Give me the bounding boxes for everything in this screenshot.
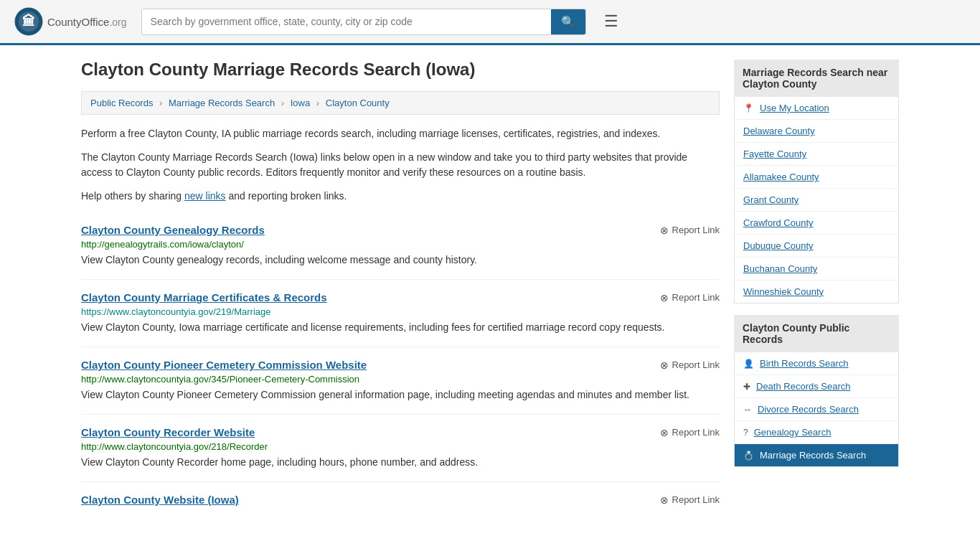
genealogy-link[interactable]: Genealogy Search <box>754 427 831 438</box>
breadcrumb: Public Records › Marriage Records Search… <box>81 91 720 115</box>
description-2: The Clayton County Marriage Records Sear… <box>81 150 720 180</box>
sidebar-item-dubuque[interactable]: Dubuque County <box>735 235 898 258</box>
crawford-link[interactable]: Crawford County <box>743 217 814 228</box>
breadcrumb-public-records[interactable]: Public Records <box>90 98 153 108</box>
marriage-records-link[interactable]: Marriage Records Search <box>760 450 866 461</box>
sidebar-item-delaware[interactable]: Delaware County <box>735 120 898 143</box>
nearby-section: Marriage Records Search near Clayton Cou… <box>734 60 899 303</box>
breadcrumb-sep-1: › <box>159 98 162 108</box>
report-icon-0: ⊗ <box>660 225 669 236</box>
report-link-1[interactable]: ⊗ Report Link <box>660 292 720 303</box>
breadcrumb-clayton-county[interactable]: Clayton County <box>326 98 390 108</box>
page-title: Clayton County Marriage Records Search (… <box>81 60 720 80</box>
sidebar-marriage-records[interactable]: 💍 Marriage Records Search <box>735 444 898 466</box>
sidebar-item-crawford[interactable]: Crawford County <box>735 212 898 235</box>
report-label-3: Report Link <box>672 427 720 438</box>
records-list: Clayton County Genealogy Records⊗ Report… <box>81 212 720 520</box>
breadcrumb-iowa[interactable]: Iowa <box>291 98 310 108</box>
record-header-2: Clayton County Pioneer Cemetery Commissi… <box>81 359 720 371</box>
logo-text: CountyOffice.org <box>47 14 127 29</box>
public-records-section: Clayton County Public Records 👤 Birth Re… <box>734 315 899 467</box>
sidebar-item-allamakee[interactable]: Allamakee County <box>735 166 898 189</box>
allamakee-link[interactable]: Allamakee County <box>743 171 819 182</box>
report-label-0: Report Link <box>672 225 720 235</box>
sidebar-death-records[interactable]: ✚ Death Records Search <box>735 375 898 398</box>
buchanan-link[interactable]: Buchanan County <box>743 263 817 274</box>
death-records-link[interactable]: Death Records Search <box>756 381 851 392</box>
record-title-2[interactable]: Clayton County Pioneer Cemetery Commissi… <box>81 359 367 371</box>
birth-records-link[interactable]: Birth Records Search <box>760 358 849 369</box>
sidebar-genealogy[interactable]: ? Genealogy Search <box>735 421 898 444</box>
dubuque-link[interactable]: Dubuque County <box>743 240 814 251</box>
record-desc-3: View Clayton County Recorder home page, … <box>81 455 720 470</box>
record-item-0: Clayton County Genealogy Records⊗ Report… <box>81 212 720 280</box>
report-label-1: Report Link <box>672 292 720 303</box>
report-icon-4: ⊗ <box>660 494 669 506</box>
sidebar-item-grant[interactable]: Grant County <box>735 189 898 212</box>
new-links-link[interactable]: new links <box>184 190 226 202</box>
grant-link[interactable]: Grant County <box>743 194 798 205</box>
record-item-3: Clayton County Recorder Website⊗ Report … <box>81 415 720 482</box>
record-header-4: Clayton County Website (Iowa)⊗ Report Li… <box>81 494 720 506</box>
record-desc-2: View Clayton County Pioneer Cemetery Com… <box>81 387 720 402</box>
record-desc-0: View Clayton County genealogy records, i… <box>81 253 720 268</box>
public-records-header: Clayton County Public Records <box>734 315 899 352</box>
marriage-icon: 💍 <box>743 451 754 461</box>
record-url-3[interactable]: http://www.claytoncountyia.gov/218/Recor… <box>81 441 720 452</box>
search-bar: 🔍 <box>141 9 586 35</box>
search-button[interactable]: 🔍 <box>551 9 585 34</box>
breadcrumb-marriage-records[interactable]: Marriage Records Search <box>169 98 275 108</box>
breadcrumb-sep-3: › <box>316 98 319 108</box>
birth-icon: 👤 <box>743 359 754 369</box>
record-item-2: Clayton County Pioneer Cemetery Commissi… <box>81 347 720 415</box>
record-desc-1: View Clayton County, Iowa marriage certi… <box>81 320 720 335</box>
sidebar-item-buchanan[interactable]: Buchanan County <box>735 258 898 281</box>
sidebar-item-winneshiek[interactable]: Winneshiek County <box>735 281 898 303</box>
record-header-1: Clayton County Marriage Certificates & R… <box>81 291 720 303</box>
logo[interactable]: 🏛 CountyOffice.org <box>14 7 127 36</box>
record-header-3: Clayton County Recorder Website⊗ Report … <box>81 426 720 438</box>
content-area: Clayton County Marriage Records Search (… <box>81 60 720 520</box>
divorce-icon: ↔ <box>743 405 752 415</box>
report-link-3[interactable]: ⊗ Report Link <box>660 427 720 438</box>
location-icon: 📍 <box>743 103 754 113</box>
use-location-link[interactable]: Use My Location <box>760 103 829 113</box>
record-item-1: Clayton County Marriage Certificates & R… <box>81 280 720 347</box>
report-icon-2: ⊗ <box>660 359 669 371</box>
death-icon: ✚ <box>743 382 750 392</box>
fayette-link[interactable]: Fayette County <box>743 149 806 159</box>
record-title-3[interactable]: Clayton County Recorder Website <box>81 426 255 438</box>
report-label-2: Report Link <box>672 359 720 370</box>
record-url-0[interactable]: http://genealogytrails.com/iowa/clayton/ <box>81 239 720 250</box>
sidebar-birth-records[interactable]: 👤 Birth Records Search <box>735 352 898 375</box>
report-icon-3: ⊗ <box>660 427 669 438</box>
report-link-4[interactable]: ⊗ Report Link <box>660 494 720 506</box>
svg-text:🏛: 🏛 <box>22 14 35 29</box>
hamburger-menu[interactable]: ☰ <box>600 9 622 34</box>
divorce-records-link[interactable]: Divorce Records Search <box>758 404 859 415</box>
report-link-2[interactable]: ⊗ Report Link <box>660 359 720 371</box>
description-3: Help others by sharing new links and rep… <box>81 189 720 204</box>
nearby-list: 📍 Use My Location Delaware County Fayett… <box>734 97 899 303</box>
report-link-0[interactable]: ⊗ Report Link <box>660 225 720 236</box>
public-records-list: 👤 Birth Records Search ✚ Death Records S… <box>734 352 899 467</box>
use-my-location[interactable]: 📍 Use My Location <box>735 97 898 120</box>
delaware-link[interactable]: Delaware County <box>743 126 815 136</box>
search-input[interactable] <box>142 9 551 34</box>
winneshiek-link[interactable]: Winneshiek County <box>743 286 824 297</box>
record-url-2[interactable]: http://www.claytoncountyia.gov/345/Pione… <box>81 374 720 385</box>
report-label-4: Report Link <box>672 494 720 505</box>
logo-icon: 🏛 <box>14 7 43 36</box>
description-1: Perform a free Clayton County, IA public… <box>81 126 720 141</box>
genealogy-icon: ? <box>743 428 748 438</box>
record-title-1[interactable]: Clayton County Marriage Certificates & R… <box>81 291 327 303</box>
sidebar-divorce-records[interactable]: ↔ Divorce Records Search <box>735 398 898 421</box>
nearby-header: Marriage Records Search near Clayton Cou… <box>734 60 899 97</box>
breadcrumb-sep-2: › <box>281 98 284 108</box>
sidebar-item-fayette[interactable]: Fayette County <box>735 143 898 166</box>
sidebar: Marriage Records Search near Clayton Cou… <box>734 60 899 520</box>
record-url-1[interactable]: https://www.claytoncountyia.gov/219/Marr… <box>81 306 720 317</box>
record-item-4: Clayton County Website (Iowa)⊗ Report Li… <box>81 482 720 520</box>
record-title-4[interactable]: Clayton County Website (Iowa) <box>81 494 239 506</box>
record-title-0[interactable]: Clayton County Genealogy Records <box>81 224 265 236</box>
